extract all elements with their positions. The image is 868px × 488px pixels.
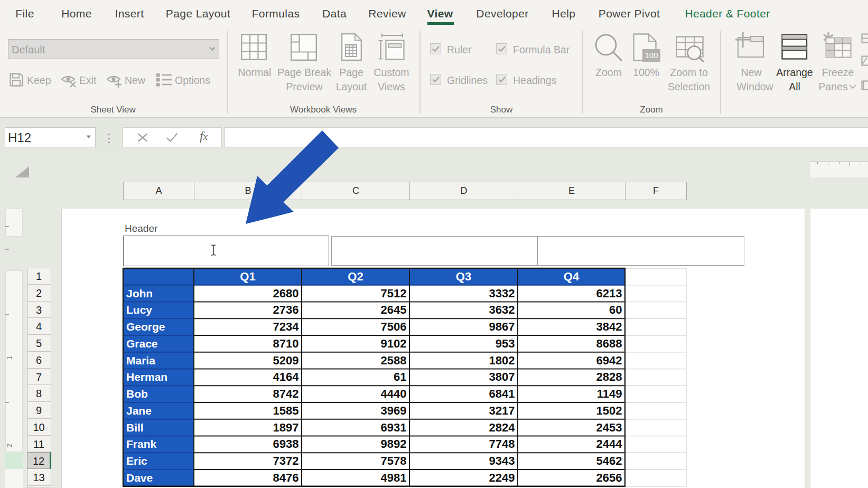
- svg-text:John: John: [126, 287, 153, 299]
- svg-text:9343: 9343: [489, 454, 515, 467]
- svg-text:8710: 8710: [273, 337, 299, 350]
- svg-text:953: 953: [496, 337, 515, 350]
- svg-text:Frank: Frank: [126, 438, 157, 450]
- svg-text:4440: 4440: [381, 387, 407, 400]
- svg-text:6213: 6213: [596, 287, 622, 300]
- svg-text:2824: 2824: [489, 421, 516, 434]
- svg-text:2680: 2680: [273, 287, 299, 300]
- svg-text:3969: 3969: [381, 404, 407, 417]
- svg-text:3842: 3842: [596, 320, 622, 333]
- svg-text:1502: 1502: [596, 404, 622, 417]
- svg-text:1149: 1149: [597, 387, 622, 400]
- svg-text:1897: 1897: [273, 421, 299, 434]
- svg-text:9892: 9892: [381, 437, 407, 451]
- svg-text:Bob: Bob: [126, 388, 148, 400]
- svg-text:4164: 4164: [273, 370, 300, 383]
- svg-text:2656: 2656: [596, 471, 622, 484]
- svg-text:Q2: Q2: [348, 270, 363, 283]
- svg-text:6938: 6938: [273, 437, 299, 451]
- svg-text:5209: 5209: [273, 354, 299, 367]
- svg-text:Jane: Jane: [126, 405, 152, 417]
- svg-text:2453: 2453: [596, 421, 622, 434]
- svg-text:4981: 4981: [381, 471, 407, 484]
- svg-text:6841: 6841: [489, 387, 515, 400]
- svg-text:Lucy: Lucy: [126, 304, 152, 316]
- svg-text:9102: 9102: [381, 337, 407, 350]
- svg-text:2645: 2645: [381, 303, 407, 316]
- svg-text:Dave: Dave: [126, 472, 153, 484]
- svg-text:9867: 9867: [489, 320, 515, 333]
- svg-text:Q1: Q1: [240, 270, 255, 283]
- svg-text:Q3: Q3: [456, 270, 471, 283]
- svg-text:2828: 2828: [596, 370, 622, 383]
- svg-text:3807: 3807: [489, 370, 515, 383]
- svg-text:6942: 6942: [596, 354, 622, 367]
- svg-text:Maria: Maria: [126, 354, 155, 367]
- svg-text:61: 61: [394, 370, 406, 383]
- svg-text:Herman: Herman: [126, 371, 167, 383]
- svg-text:1585: 1585: [273, 404, 299, 417]
- svg-text:7372: 7372: [273, 454, 299, 467]
- svg-text:7512: 7512: [381, 287, 407, 300]
- svg-text:3217: 3217: [489, 404, 515, 417]
- svg-text:7506: 7506: [381, 320, 407, 333]
- svg-text:8742: 8742: [273, 387, 299, 400]
- svg-text:7578: 7578: [381, 454, 407, 467]
- svg-text:3332: 3332: [489, 287, 515, 300]
- svg-text:7748: 7748: [489, 437, 515, 451]
- svg-text:Eric: Eric: [126, 455, 147, 467]
- svg-text:8476: 8476: [273, 471, 299, 484]
- svg-text:2588: 2588: [381, 354, 407, 367]
- svg-text:1802: 1802: [489, 354, 515, 367]
- svg-text:2444: 2444: [596, 437, 623, 451]
- svg-text:Q4: Q4: [564, 270, 580, 283]
- svg-text:2736: 2736: [273, 303, 299, 316]
- svg-text:6931: 6931: [381, 421, 407, 434]
- svg-text:3632: 3632: [489, 303, 515, 316]
- svg-text:2249: 2249: [489, 471, 515, 484]
- svg-text:60: 60: [609, 303, 622, 316]
- svg-text:7234: 7234: [273, 320, 300, 333]
- svg-text:5462: 5462: [596, 454, 622, 467]
- svg-text:Bill: Bill: [126, 421, 144, 434]
- svg-text:8688: 8688: [596, 337, 622, 350]
- svg-text:Grace: Grace: [126, 337, 158, 350]
- svg-text:George: George: [126, 321, 165, 333]
